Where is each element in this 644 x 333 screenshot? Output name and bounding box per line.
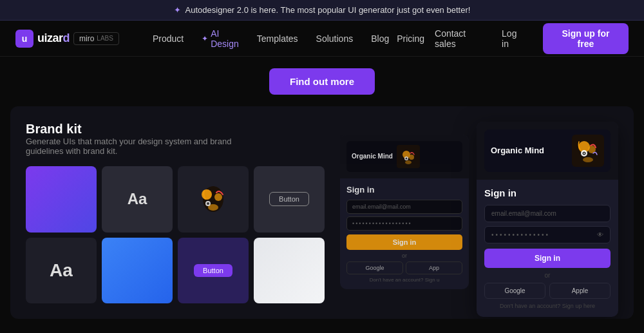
nav-left: u uizard miro LABS Product ✦ AI Design T…	[15, 24, 397, 53]
or-divider-main: or	[484, 272, 611, 279]
announcement-text: Autodesigner 2.0 is here. The most popul…	[185, 5, 471, 15]
email-input-small: email.email@mail.com	[346, 200, 462, 214]
announcement-bar: ✦ Autodesigner 2.0 is here. The most pop…	[0, 0, 644, 21]
purple-button-label: Button	[194, 264, 232, 277]
svg-point-5	[207, 202, 209, 205]
grid-cell-purple-button: Button	[178, 238, 249, 304]
google-button-small[interactable]: Google	[346, 262, 403, 274]
logo-icon: u	[15, 30, 33, 48]
grid-cell-purple-gradient	[26, 166, 97, 233]
grid-cell-illustration	[178, 166, 249, 233]
mockup-card-left: Organic Mind	[340, 135, 469, 289]
organic-mind-text-small: Organic Mind	[352, 153, 393, 160]
social-buttons-small: Google App	[346, 262, 462, 274]
grid-cell-light-gray	[254, 238, 325, 304]
apple-button-small[interactable]: App	[406, 262, 462, 274]
nav-templates[interactable]: Templates	[249, 30, 306, 48]
main-content: Brand kit Generate UIs that match your d…	[10, 106, 634, 319]
nav-contact-sales[interactable]: Contact sales	[435, 28, 484, 49]
eye-icon: 👁	[597, 231, 603, 238]
miro-badge: miro LABS	[73, 32, 119, 45]
svg-point-11	[405, 160, 412, 164]
design-grid: Aa Button Aa Button	[26, 166, 325, 303]
mockup-main-header: Organic Mind	[477, 122, 618, 180]
find-out-button[interactable]: Find out more	[269, 68, 375, 95]
nav-blog[interactable]: Blog	[363, 30, 397, 48]
nav-right-links: Pricing Contact sales	[397, 28, 484, 49]
no-account-main: Don't have an account? Sign up here	[484, 303, 611, 309]
svg-point-18	[583, 157, 593, 162]
nav-links: Product ✦ AI Design Templates Solutions …	[145, 24, 397, 53]
social-buttons-main: Google Apple	[484, 283, 611, 299]
mockup-card-main: Organic Mind	[477, 122, 618, 317]
organic-mind-badge-small: Organic Mind	[346, 141, 462, 172]
grid-cell-typography: Aa	[102, 166, 173, 233]
logo-text: uizard	[37, 32, 70, 45]
signin-title-main: Sign in	[484, 187, 611, 198]
labs-label: LABS	[97, 35, 113, 42]
grid-cell-blue-gradient	[102, 238, 173, 304]
brand-kit-description: Generate UIs that match your design syst…	[26, 137, 270, 156]
nav-ai-design[interactable]: ✦ AI Design	[194, 24, 247, 53]
illustration-small	[397, 145, 420, 168]
signin-title-small: Sign in	[346, 185, 462, 195]
organic-mind-text-main: Organic Mind	[491, 146, 544, 156]
brand-kit-title: Brand kit	[26, 122, 325, 137]
organic-mind-badge-main: Organic Mind	[484, 129, 611, 172]
right-panel: Organic Mind	[340, 122, 618, 303]
grid-cell-typography-large: Aa	[26, 238, 97, 304]
brand-kit-panel: Brand kit Generate UIs that match your d…	[26, 122, 325, 303]
signin-button-small[interactable]: Sign in	[346, 234, 462, 250]
find-out-section: Find out more	[0, 57, 644, 106]
svg-point-2	[214, 193, 222, 201]
svg-point-8	[409, 155, 414, 160]
apple-button-main[interactable]: Apple	[549, 283, 611, 299]
signup-button[interactable]: Sign up for free	[543, 23, 629, 54]
or-divider-small: or	[346, 252, 462, 259]
illustration-main	[572, 135, 604, 167]
grid-cell-button-outline: Button	[254, 166, 325, 233]
navbar: u uizard miro LABS Product ✦ AI Design T…	[0, 21, 644, 57]
svg-point-1	[202, 189, 212, 200]
password-input-main: •••••••••••••• 👁	[484, 226, 611, 243]
nav-pricing[interactable]: Pricing	[397, 33, 424, 44]
svg-point-17	[583, 153, 585, 154]
password-input-small: ••••••••••••••••••	[346, 216, 462, 231]
nav-product[interactable]: Product	[145, 30, 191, 48]
nav-solutions[interactable]: Solutions	[308, 30, 361, 48]
miro-label: miro	[79, 34, 94, 43]
mockup-left-header: Organic Mind	[340, 135, 469, 178]
signin-button-main[interactable]: Sign in	[484, 249, 611, 268]
mockup-main-body: Sign in email.email@mail.com •••••••••••…	[477, 180, 618, 317]
svg-point-10	[405, 158, 407, 160]
button-outline-label: Button	[269, 192, 309, 206]
google-button-main[interactable]: Google	[484, 283, 545, 299]
ai-star-icon: ✦	[202, 34, 208, 43]
email-input-main: email.email@mail.com	[484, 205, 611, 222]
nav-right: Pricing Contact sales Log in Sign up for…	[397, 23, 629, 54]
logo-container[interactable]: u uizard miro LABS	[15, 30, 132, 48]
no-account-small: Don't have an account? Sign u	[346, 277, 462, 283]
star-icon: ✦	[174, 5, 181, 15]
login-button[interactable]: Log in	[494, 24, 533, 53]
mockup-left-body: Sign in email.email@mail.com •••••••••••…	[340, 178, 469, 289]
